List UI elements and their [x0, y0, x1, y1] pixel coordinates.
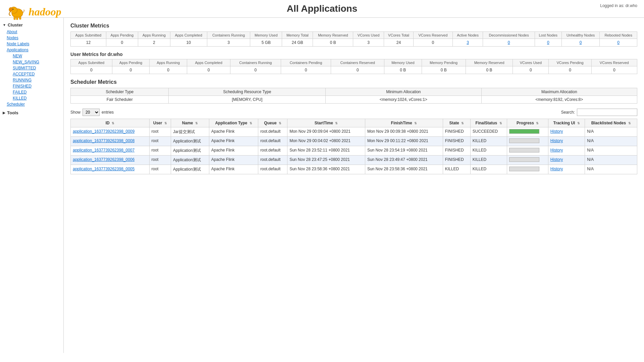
apps-header-6[interactable]: FinishTime ⇅ — [365, 119, 443, 127]
cluster-metric-header-14: Unhealthy Nodes — [561, 32, 600, 39]
hadoop-elephant-icon — [7, 3, 27, 21]
app-type: Apache Flink — [209, 137, 258, 146]
apps-header-0[interactable]: ID ⇅ — [71, 119, 150, 127]
sidebar-item-running[interactable]: RUNNING — [3, 77, 63, 83]
apps-header-5[interactable]: StartTime ⇅ — [287, 119, 365, 127]
app-queue: root.default — [258, 156, 287, 165]
tools-section-header[interactable]: ▶ Tools — [0, 109, 63, 117]
cluster-metric-header-10: VCores Reserved — [414, 32, 452, 39]
apps-header-3[interactable]: Application Type ⇅ — [209, 119, 258, 127]
app-tracking-link[interactable]: History — [550, 148, 563, 153]
sort-icon-0: ⇅ — [112, 122, 114, 125]
app-id-link[interactable]: application_1637739262398_0009 — [73, 129, 135, 134]
sidebar-item-accepted[interactable]: ACCEPTED — [3, 71, 63, 77]
user-metric-value-0: 0 — [71, 66, 112, 74]
apps-header-9[interactable]: Progress ⇅ — [507, 119, 548, 127]
app-tracking-link[interactable]: History — [550, 138, 563, 143]
apps-table: ID ⇅User ⇅Name ⇅Application Type ⇅Queue … — [70, 119, 637, 174]
logo-text: hadoop — [29, 6, 61, 18]
user-metrics-title: User Metrics for dr.who — [70, 52, 637, 57]
app-user: root — [149, 127, 171, 137]
app-state: FINISHED — [443, 127, 470, 137]
cluster-metric-value-15: 0 — [600, 39, 637, 47]
table-row: application_1637739262398_0008rootApplic… — [71, 137, 637, 146]
app-state: FINISHED — [443, 156, 470, 165]
sidebar-item-about[interactable]: About — [0, 29, 63, 35]
cluster-metric-value-1: 0 — [106, 39, 138, 47]
user-metric-header-9: Memory Reserved — [466, 59, 513, 66]
app-progress — [507, 146, 548, 156]
app-blacklisted: N/A — [585, 137, 637, 146]
app-start: Sun Nov 28 23:47:25 +0800 2021 — [287, 156, 365, 165]
app-finish: Mon Nov 29 00:09:38 +0800 2021 — [365, 127, 443, 137]
sidebar-item-finished[interactable]: FINISHED — [3, 83, 63, 89]
app-tracking[interactable]: History — [548, 156, 585, 165]
app-id[interactable]: application_1637739262398_0005 — [71, 165, 150, 174]
cluster-metric-value-9: 24 — [384, 39, 413, 47]
sidebar-item-new[interactable]: NEW — [3, 53, 63, 59]
app-final-status: KILLED — [470, 137, 507, 146]
sidebar-item-failed[interactable]: FAILED — [3, 89, 63, 95]
user-metric-header-4: Containers Running — [230, 59, 281, 66]
apps-header-7[interactable]: State ⇅ — [443, 119, 470, 127]
sidebar-item-nodelabels[interactable]: Node Labels — [0, 41, 63, 47]
search-input[interactable] — [577, 109, 637, 116]
apps-header-10[interactable]: Tracking UI ⇅ — [548, 119, 585, 127]
app-name: Application测试 — [171, 137, 209, 146]
scheduler-metric-value-2: <memory:1024, vCores:1> — [326, 96, 481, 104]
user-metric-header-1: Apps Pending — [112, 59, 149, 66]
page-header: hadoop All Applications Logged in as: dr… — [0, 0, 644, 18]
app-user: root — [149, 156, 171, 165]
user-metric-value-6: 0 — [331, 66, 384, 74]
app-tracking-link[interactable]: History — [550, 129, 563, 134]
sidebar-item-killed[interactable]: KILLED — [3, 95, 63, 101]
cluster-metric-header-8: VCores Used — [353, 32, 384, 39]
tools-arrow-icon: ▶ — [3, 111, 5, 115]
scheduler-metric-value-0: Fair Scheduler — [71, 96, 169, 104]
tools-label: Tools — [7, 110, 18, 115]
cluster-metric-header-3: Apps Completed — [170, 32, 207, 39]
cluster-metric-value-2: 2 — [138, 39, 170, 47]
apps-header-11[interactable]: Blacklisted Nodes ⇅ — [585, 119, 637, 127]
sidebar-item-nodes[interactable]: Nodes — [0, 35, 63, 41]
app-id[interactable]: application_1637739262398_0008 — [71, 137, 150, 146]
sidebar-item-submitted[interactable]: SUBMITTED — [3, 65, 63, 71]
user-metric-value-12: 0 — [591, 66, 637, 74]
table-row: application_1637739262398_0005rootApplic… — [71, 165, 637, 174]
apps-header-2[interactable]: Name ⇅ — [171, 119, 209, 127]
cluster-metric-value-0: 12 — [71, 39, 106, 47]
apps-header-4[interactable]: Queue ⇅ — [258, 119, 287, 127]
cluster-metric-value-13: 0 — [535, 39, 561, 47]
sort-icon-4: ⇅ — [279, 122, 281, 125]
entries-label: entries — [102, 110, 114, 115]
app-id[interactable]: application_1637739262398_0006 — [71, 156, 150, 165]
sidebar-item-applications[interactable]: Applications — [0, 47, 63, 53]
app-start: Mon Nov 29 00:09:04 +0800 2021 — [287, 127, 365, 137]
svg-rect-6 — [19, 17, 21, 19]
app-tracking[interactable]: History — [548, 146, 585, 156]
scheduler-metric-value-1: [MEMORY, CPU] — [169, 96, 326, 104]
cluster-section-header[interactable]: ▼ Cluster — [0, 21, 63, 29]
app-tracking[interactable]: History — [548, 137, 585, 146]
app-id[interactable]: application_1637739262398_0007 — [71, 146, 150, 156]
app-id-link[interactable]: application_1637739262398_0005 — [73, 167, 135, 171]
sidebar-item-scheduler[interactable]: Scheduler — [0, 101, 63, 107]
app-id-link[interactable]: application_1637739262398_0006 — [73, 157, 135, 162]
entries-select[interactable]: 10202550100 — [83, 109, 100, 116]
apps-header-8[interactable]: FinalStatus ⇅ — [470, 119, 507, 127]
progress-fill — [509, 129, 539, 133]
app-tracking-link[interactable]: History — [550, 167, 563, 171]
app-tracking-link[interactable]: History — [550, 157, 563, 162]
app-tracking[interactable]: History — [548, 127, 585, 137]
app-tracking[interactable]: History — [548, 165, 585, 174]
app-id-link[interactable]: application_1637739262398_0007 — [73, 148, 135, 153]
sidebar-item-new-saving[interactable]: NEW_SAVING — [3, 59, 63, 65]
app-id-link[interactable]: application_1637739262398_0008 — [73, 138, 135, 143]
apps-header-1[interactable]: User ⇅ — [149, 119, 171, 127]
app-id[interactable]: application_1637739262398_0009 — [71, 127, 150, 137]
sort-icon-10: ⇅ — [577, 122, 580, 125]
user-metric-header-2: Apps Running — [150, 59, 187, 66]
scheduler-metric-header-2: Minimum Allocation — [326, 88, 481, 96]
sort-icon-11: ⇅ — [628, 122, 631, 125]
user-metric-value-2: 0 — [150, 66, 187, 74]
